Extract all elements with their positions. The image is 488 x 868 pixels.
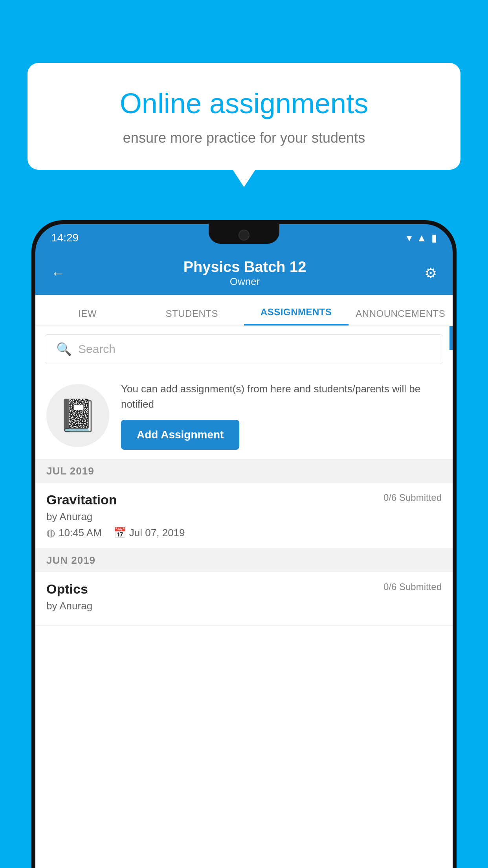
screen-content: 🔍 Search 📓 You can add assignment(s) fro… bbox=[35, 326, 453, 868]
clock-icon: ◍ bbox=[46, 527, 55, 539]
speech-bubble-container: Online assignments ensure more practice … bbox=[28, 63, 460, 170]
search-bar[interactable]: 🔍 Search bbox=[45, 334, 443, 364]
assignment-item-optics[interactable]: Optics 0/6 Submitted by Anurag bbox=[35, 572, 453, 626]
settings-icon[interactable]: ⚙ bbox=[424, 265, 437, 281]
signal-icon: ▲ bbox=[416, 232, 427, 244]
optics-name: Optics bbox=[46, 581, 88, 597]
camera bbox=[238, 230, 250, 241]
time-value: 10:45 AM bbox=[59, 527, 102, 539]
header-title: Physics Batch 12 bbox=[183, 259, 306, 276]
tab-assignments[interactable]: ASSIGNMENTS bbox=[244, 307, 349, 326]
optics-by: by Anurag bbox=[46, 600, 442, 612]
month-header-jun: JUN 2019 bbox=[35, 549, 453, 572]
add-assignment-promo: 📓 You can add assignment(s) from here an… bbox=[35, 372, 453, 460]
search-placeholder: Search bbox=[78, 342, 116, 356]
scroll-indicator bbox=[449, 326, 453, 350]
wifi-icon: ▾ bbox=[407, 232, 412, 244]
tabs-bar: IEW STUDENTS ASSIGNMENTS ANNOUNCEMENTS bbox=[35, 295, 453, 326]
assignment-meta: ◍ 10:45 AM 📅 Jul 07, 2019 bbox=[46, 527, 442, 539]
tab-students[interactable]: STUDENTS bbox=[140, 308, 244, 326]
search-icon: 🔍 bbox=[56, 342, 72, 357]
assignment-time: ◍ 10:45 AM bbox=[46, 527, 102, 539]
tab-iew[interactable]: IEW bbox=[35, 308, 140, 326]
notebook-icon: 📓 bbox=[58, 397, 97, 434]
assignment-top: Gravitation 0/6 Submitted bbox=[46, 492, 442, 508]
assignment-top-optics: Optics 0/6 Submitted bbox=[46, 581, 442, 597]
assignment-date: 📅 Jul 07, 2019 bbox=[114, 527, 185, 539]
promo-icon-circle: 📓 bbox=[46, 384, 109, 447]
header-subtitle: Owner bbox=[183, 276, 306, 288]
optics-submitted: 0/6 Submitted bbox=[383, 581, 442, 592]
phone-inner: 14:29 ▾ ▲ ▮ ← Physics Batch 12 Owner ⚙ I… bbox=[35, 224, 453, 868]
tab-announcements[interactable]: ANNOUNCEMENTS bbox=[349, 308, 453, 326]
month-header-jul: JUL 2019 bbox=[35, 460, 453, 483]
header-center: Physics Batch 12 Owner bbox=[183, 259, 306, 288]
calendar-icon: 📅 bbox=[114, 527, 126, 539]
promo-right: You can add assignment(s) from here and … bbox=[121, 381, 442, 450]
date-value: Jul 07, 2019 bbox=[129, 527, 185, 539]
speech-bubble: Online assignments ensure more practice … bbox=[28, 63, 460, 170]
status-icons: ▾ ▲ ▮ bbox=[407, 232, 437, 244]
assignment-name: Gravitation bbox=[46, 492, 117, 508]
app-header: ← Physics Batch 12 Owner ⚙ bbox=[35, 252, 453, 295]
assignment-item-gravitation[interactable]: Gravitation 0/6 Submitted by Anurag ◍ 10… bbox=[35, 483, 453, 549]
assignment-by: by Anurag bbox=[46, 511, 442, 523]
add-assignment-button[interactable]: Add Assignment bbox=[121, 420, 239, 450]
battery-icon: ▮ bbox=[431, 232, 437, 244]
bubble-subtitle: ensure more practice for your students bbox=[59, 130, 429, 146]
phone-notch bbox=[209, 224, 279, 244]
back-button[interactable]: ← bbox=[51, 265, 65, 281]
promo-text: You can add assignment(s) from here and … bbox=[121, 381, 442, 412]
assignment-submitted: 0/6 Submitted bbox=[383, 492, 442, 503]
phone-frame: 14:29 ▾ ▲ ▮ ← Physics Batch 12 Owner ⚙ I… bbox=[31, 220, 457, 868]
status-time: 14:29 bbox=[51, 232, 79, 244]
bubble-title: Online assignments bbox=[59, 86, 429, 120]
